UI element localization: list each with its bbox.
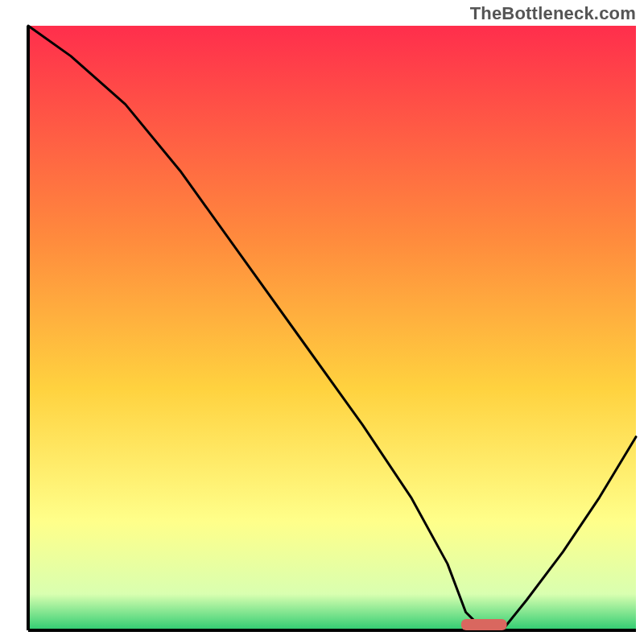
chart-svg bbox=[0, 0, 644, 644]
plot-area bbox=[28, 26, 636, 630]
optimal-marker bbox=[461, 619, 507, 630]
watermark-text: TheBottleneck.com bbox=[470, 3, 636, 24]
